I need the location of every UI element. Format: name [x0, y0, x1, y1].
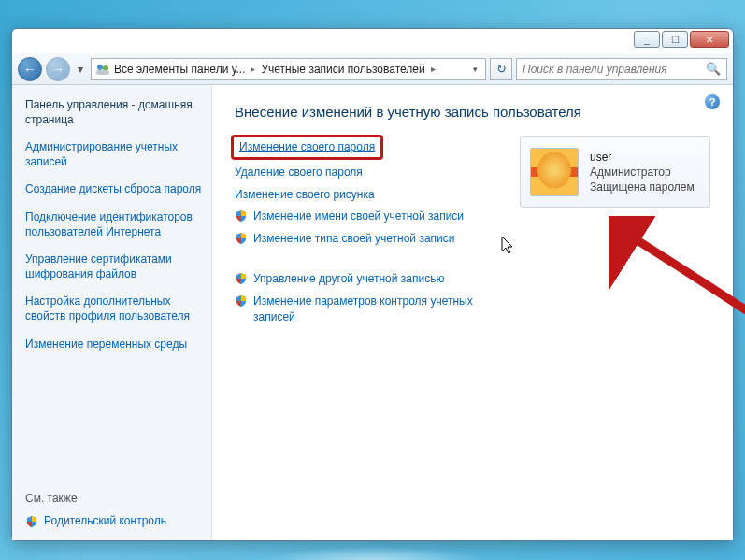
- shield-icon: [25, 515, 38, 528]
- search-icon: 🔍: [706, 62, 721, 76]
- taskbar-glow: [261, 547, 485, 560]
- sidebar-item-certificates[interactable]: Управление сертификатами шифрования файл…: [25, 252, 202, 281]
- shield-icon: [235, 209, 248, 223]
- minimize-icon: _: [644, 35, 650, 45]
- user-protection: Защищена паролем: [590, 179, 695, 194]
- navigation-bar: ← → ▾ Все элементы панели у... ▸ Учетные…: [12, 53, 733, 85]
- see-also-heading: См. также: [25, 492, 202, 505]
- action-label: Управление другой учетной записью: [253, 271, 444, 287]
- arrow-left-icon: ←: [23, 62, 36, 77]
- content-row: Изменение своего пароля Удаление своего …: [235, 136, 710, 331]
- action-label: Изменение имени своей учетной записи: [253, 208, 464, 224]
- maximize-icon: ☐: [671, 35, 680, 45]
- action-label: Изменение своего рисунка: [235, 187, 375, 203]
- main-panel: ? Внесение изменений в учетную запись по…: [212, 85, 733, 540]
- action-change-picture[interactable]: Изменение своего рисунка: [235, 187, 497, 203]
- maximize-button[interactable]: ☐: [662, 31, 688, 48]
- action-links: Изменение своего пароля Удаление своего …: [235, 136, 497, 331]
- control-panel-window: _ ☐ ✕ ← → ▾ Все элементы панели у... ▸ У…: [11, 28, 734, 541]
- action-uac-settings[interactable]: Изменение параметров контроля учетных за…: [235, 294, 497, 325]
- sidebar-item-reset-disk[interactable]: Создание дискеты сброса пароля: [25, 182, 202, 197]
- sidebar: Панель управления - домашняя страница Ад…: [12, 85, 212, 540]
- address-dropdown[interactable]: ▾: [469, 65, 481, 74]
- action-label: Изменение типа своей учетной записи: [253, 231, 454, 247]
- minimize-button[interactable]: _: [634, 31, 660, 48]
- user-info-text: user Администратор Защищена паролем: [590, 150, 695, 195]
- breadcrumb-separator[interactable]: ▸: [249, 64, 257, 74]
- help-icon: ?: [709, 96, 716, 108]
- user-info-box: user Администратор Защищена паролем: [520, 136, 710, 208]
- breadcrumb-separator[interactable]: ▸: [429, 64, 437, 74]
- sidebar-item-parental[interactable]: Родительский контроль: [25, 514, 202, 529]
- page-title: Внесение изменений в учетную запись поль…: [235, 104, 710, 120]
- help-button[interactable]: ?: [705, 94, 720, 109]
- avatar: [530, 148, 579, 196]
- window-body: Панель управления - домашняя страница Ад…: [12, 85, 733, 540]
- username: user: [590, 150, 695, 165]
- action-label: Изменение своего пароля: [239, 139, 375, 155]
- sidebar-item-profile-props[interactable]: Настройка дополнительных свойств профиля…: [25, 294, 202, 323]
- sidebar-item-admin-accounts[interactable]: Администрирование учетных записей: [25, 140, 202, 169]
- sidebar-heading[interactable]: Панель управления - домашняя страница: [25, 98, 202, 127]
- svg-rect-2: [96, 70, 109, 75]
- user-accounts-icon: [95, 62, 110, 77]
- breadcrumb-segment-1[interactable]: Все элементы панели у...: [114, 63, 245, 76]
- sidebar-footer: См. также Родительский контроль: [25, 492, 202, 529]
- action-change-type[interactable]: Изменение типа своей учетной записи: [235, 231, 497, 247]
- close-icon: ✕: [706, 35, 713, 45]
- refresh-button[interactable]: ↻: [490, 58, 512, 80]
- user-role: Администратор: [590, 165, 695, 179]
- chevron-down-icon: ▾: [78, 63, 83, 76]
- refresh-icon: ↻: [496, 62, 507, 76]
- action-change-name[interactable]: Изменение имени своей учетной записи: [235, 208, 497, 224]
- action-label: Удаление своего пароля: [235, 165, 363, 180]
- sidebar-item-env-vars[interactable]: Изменение переменных среды: [25, 337, 202, 352]
- action-manage-other[interactable]: Управление другой учетной записью: [235, 271, 497, 287]
- forward-button[interactable]: →: [46, 57, 70, 81]
- address-bar[interactable]: Все элементы панели у... ▸ Учетные запис…: [91, 58, 486, 80]
- breadcrumb-segment-2[interactable]: Учетные записи пользователей: [261, 63, 424, 76]
- action-label: Изменение параметров контроля учетных за…: [253, 294, 497, 325]
- shield-icon: [235, 232, 248, 245]
- highlighted-action: Изменение своего пароля: [231, 135, 383, 160]
- arrow-right-icon: →: [51, 62, 64, 77]
- search-input[interactable]: [523, 63, 700, 76]
- titlebar: _ ☐ ✕: [12, 29, 733, 53]
- window-control-group: _ ☐ ✕: [634, 31, 729, 48]
- nav-history-dropdown[interactable]: ▾: [74, 59, 87, 79]
- action-group-secondary: Управление другой учетной записью Измене…: [235, 271, 497, 324]
- close-button[interactable]: ✕: [690, 31, 729, 48]
- svg-point-0: [97, 65, 103, 70]
- back-button[interactable]: ←: [18, 57, 42, 81]
- shield-icon: [235, 272, 248, 285]
- sidebar-item-online-ids[interactable]: Подключение идентификаторов пользователе…: [25, 210, 202, 239]
- parental-control-label: Родительский контроль: [44, 514, 166, 529]
- shield-icon: [235, 294, 248, 308]
- search-bar[interactable]: 🔍: [516, 58, 727, 80]
- action-change-password[interactable]: Изменение своего пароля: [239, 139, 375, 155]
- action-delete-password[interactable]: Удаление своего пароля: [235, 165, 497, 180]
